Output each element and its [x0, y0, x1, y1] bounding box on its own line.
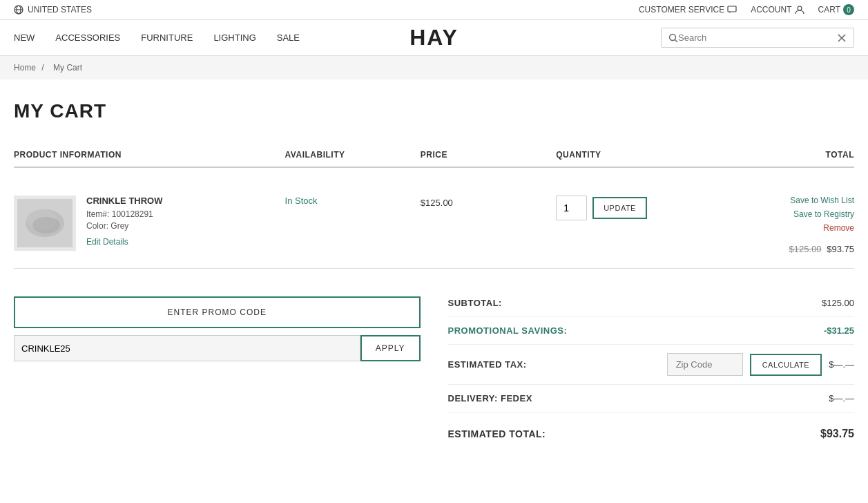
svg-line-7 [675, 39, 678, 42]
svg-point-6 [670, 34, 676, 40]
subtotal-label: SUBTOTAL: [448, 298, 502, 308]
nav-lighting[interactable]: LIGHTING [213, 20, 255, 55]
globe-icon [14, 5, 23, 15]
product-details: CRINKLE THROW Item#: 100128291 Color: Gr… [86, 196, 285, 247]
breadcrumb-current: My Cart [53, 63, 82, 73]
header-availability: AVAILABILITY [285, 150, 421, 160]
customer-service-label: CUSTOMER SERVICE [639, 5, 724, 15]
product-info: CRINKLE THROW Item#: 100128291 Color: Gr… [14, 196, 285, 251]
search-icon [668, 33, 678, 43]
calculate-button[interactable]: CALCULATE [750, 354, 822, 376]
product-color: Color: Grey [86, 221, 285, 231]
item-price: $125.00 [421, 196, 556, 208]
tax-value: $—.— [829, 359, 854, 370]
nav-right [661, 28, 854, 48]
tax-controls: CALCULATE $—.— [667, 353, 854, 376]
total-row: ESTIMATED TOTAL: $93.75 [448, 419, 855, 448]
order-summary: SUBTOTAL: $125.00 PROMOTIONAL SAVINGS: -… [448, 290, 855, 448]
update-button[interactable]: UPDATE [592, 197, 647, 219]
chat-icon [727, 5, 737, 15]
availability-status: In Stock [285, 196, 318, 206]
quantity-input[interactable] [556, 196, 587, 220]
save-registry-link[interactable]: Save to Registry [790, 209, 854, 219]
product-name: CRINKLE THROW [86, 196, 285, 206]
save-wish-list-link[interactable]: Save to Wish List [790, 196, 854, 205]
breadcrumb: Home / My Cart [0, 56, 868, 79]
promo-code-input[interactable] [14, 335, 360, 361]
nav-sale[interactable]: SALE [277, 20, 300, 55]
search-box[interactable] [661, 28, 854, 48]
header-price: PRICE [421, 150, 556, 160]
header-total: TOTAL [719, 150, 854, 160]
total-label: ESTIMATED TOTAL: [448, 428, 546, 439]
svg-point-13 [32, 217, 60, 234]
item-actions: Save to Wish List Save to Registry Remov… [790, 196, 854, 237]
region-label: UNITED STATES [28, 5, 92, 15]
sale-price: $93.75 [827, 244, 854, 254]
promo-section: ENTER PROMO CODE APPLY [14, 290, 421, 448]
customer-service-link[interactable]: CUSTOMER SERVICE [639, 5, 737, 15]
page-title: MY CART [14, 100, 854, 122]
enter-promo-button[interactable]: ENTER PROMO CODE [14, 296, 421, 328]
cart-headers: PRODUCT INFORMATION AVAILABILITY PRICE Q… [14, 143, 854, 168]
cart-label: CART [818, 5, 840, 15]
account-label: ACCOUNT [751, 5, 791, 15]
promo-value: -$31.25 [824, 325, 854, 336]
apply-button[interactable]: APPLY [360, 335, 421, 361]
cart-link[interactable]: CART 0 [818, 4, 854, 15]
item-total: $125.00 $93.75 [789, 244, 854, 254]
delivery-row: DELIVERY: FEDEX $—.— [448, 385, 855, 412]
product-image [14, 196, 76, 251]
nav-links: NEW ACCESSORIES FURNITURE LIGHTING SALE [14, 20, 300, 55]
delivery-label: DELIVERY: FEDEX [448, 393, 532, 404]
total-value: $93.75 [820, 428, 854, 440]
subtotal-row: SUBTOTAL: $125.00 [448, 290, 855, 317]
remove-link[interactable]: Remove [790, 223, 854, 233]
quantity-section: UPDATE [556, 196, 719, 220]
top-bar-right: CUSTOMER SERVICE ACCOUNT CART 0 [639, 4, 854, 15]
product-item-number: Item#: 100128291 [86, 209, 285, 219]
breadcrumb-separator: / [41, 63, 44, 73]
promo-label: PROMOTIONAL SAVINGS: [448, 325, 568, 336]
user-icon [795, 5, 804, 15]
availability: In Stock [285, 196, 421, 206]
tax-row: ESTIMATED TAX: CALCULATE $—.— [448, 345, 855, 385]
cart-bottom: ENTER PROMO CODE APPLY SUBTOTAL: $125.00… [14, 290, 854, 448]
svg-point-5 [798, 6, 802, 10]
edit-details-link[interactable]: Edit Details [86, 237, 128, 247]
nav-new[interactable]: NEW [14, 20, 35, 55]
account-link[interactable]: ACCOUNT [751, 5, 804, 15]
promo-input-row: APPLY [14, 335, 421, 361]
header-quantity: QUANTITY [556, 150, 719, 160]
cart-count: 0 [843, 4, 854, 15]
search-input[interactable] [678, 32, 837, 43]
breadcrumb-home[interactable]: Home [14, 63, 36, 73]
tax-label: ESTIMATED TAX: [448, 359, 527, 370]
main-navigation: NEW ACCESSORIES FURNITURE LIGHTING SALE … [0, 20, 868, 56]
clear-icon[interactable] [837, 33, 847, 43]
region-selector[interactable]: UNITED STATES [14, 5, 92, 15]
svg-rect-3 [728, 6, 736, 12]
cart-item: CRINKLE THROW Item#: 100128291 Color: Gr… [14, 182, 854, 269]
nav-furniture[interactable]: FURNITURE [141, 20, 193, 55]
subtotal-value: $125.00 [822, 298, 854, 308]
page-content: MY CART PRODUCT INFORMATION AVAILABILITY… [0, 79, 868, 469]
header-product: PRODUCT INFORMATION [14, 150, 285, 160]
zip-code-input[interactable] [667, 353, 743, 376]
delivery-value: $—.— [829, 393, 854, 404]
site-logo[interactable]: HAY [409, 25, 459, 50]
promo-row: PROMOTIONAL SAVINGS: -$31.25 [448, 317, 855, 345]
top-bar: UNITED STATES CUSTOMER SERVICE ACCOUNT C… [0, 0, 868, 20]
item-right: Save to Wish List Save to Registry Remov… [719, 196, 854, 254]
product-thumbnail [17, 199, 73, 247]
original-price: $125.00 [789, 244, 822, 254]
nav-accessories[interactable]: ACCESSORIES [55, 20, 120, 55]
